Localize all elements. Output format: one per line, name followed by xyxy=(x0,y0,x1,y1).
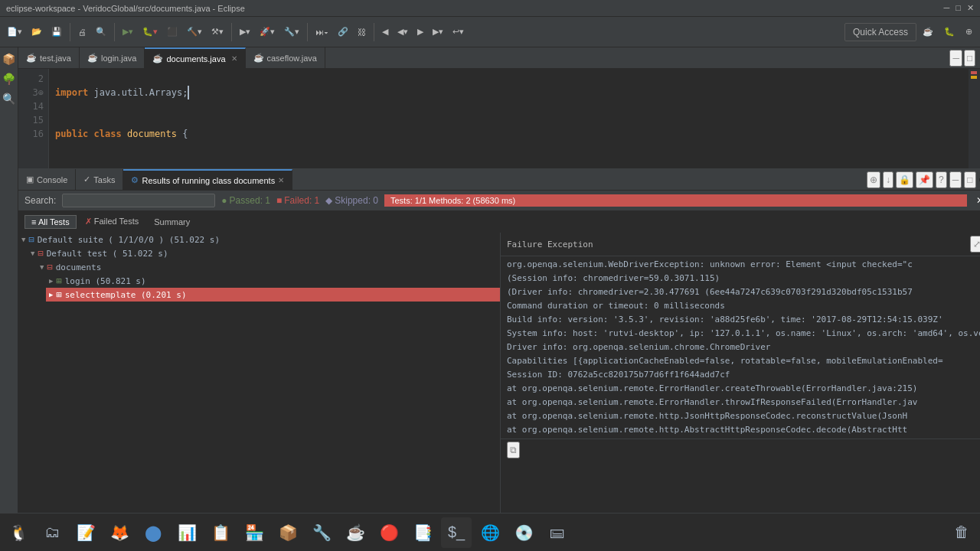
taskbar-terminal-icon[interactable]: $_ xyxy=(441,517,472,548)
editor-container: ☕ test.java ☕ login.java ☕ documents.jav… xyxy=(18,47,980,530)
taskbar-files-icon[interactable]: 🗂 xyxy=(37,517,67,548)
hierarchy-icon[interactable]: 🌳 xyxy=(0,70,18,87)
close-documents-tab-button[interactable]: ✕ xyxy=(231,54,237,63)
tree-item-suite[interactable]: ▼ ⊟ Default suite ( 1/1/0/0 ) (51.022 s) xyxy=(18,233,500,246)
taskbar-eclipse-icon[interactable]: 🔴 xyxy=(374,517,404,548)
ext-tool-button[interactable]: 🔧▾ xyxy=(280,24,303,39)
new-test-run-button[interactable]: ⊕ xyxy=(867,171,880,188)
taskbar-javaee-icon[interactable]: ☕ xyxy=(340,517,371,548)
help-button[interactable]: ? xyxy=(936,171,947,188)
tree-item-login[interactable]: ▶ ⊞ login (50.821 s) xyxy=(46,274,500,288)
copy-exception-button[interactable]: ⧉ xyxy=(507,442,520,458)
exception-line-9: at org.openqa.selenium.remote.ErrorHandl… xyxy=(507,382,980,396)
scroll-lock-button[interactable]: 🔒 xyxy=(896,171,913,188)
close-status-button[interactable]: ✕ xyxy=(976,195,980,206)
save-button[interactable]: 💾 xyxy=(47,24,66,39)
next-button[interactable]: ▶▾ xyxy=(236,24,254,39)
tab-caseflow-java[interactable]: ☕ caseflow.java xyxy=(246,47,325,68)
minimize-icon[interactable]: ─ xyxy=(944,3,950,13)
tab-test-java[interactable]: ☕ test.java xyxy=(18,47,80,68)
minimize-editor-button[interactable]: ─ xyxy=(949,50,962,67)
error-marker xyxy=(971,71,977,74)
find-button[interactable]: 🔍 xyxy=(92,24,110,39)
line-num-2: 2 xyxy=(23,72,44,86)
taskbar-disk2-icon[interactable]: 🖴 xyxy=(542,517,573,548)
taskbar-sublime-icon[interactable]: 📑 xyxy=(407,517,438,548)
tree-item-documents[interactable]: ▼ ⊟ documents xyxy=(37,260,500,274)
search-input[interactable] xyxy=(62,194,215,207)
expand-exception-button[interactable]: ⤢ xyxy=(970,236,980,253)
nav-back-button[interactable]: ◀ xyxy=(378,24,392,39)
test-tabs: ≡ All Tests ✗ Failed Tests Summary xyxy=(18,211,980,233)
print-button[interactable]: 🖨 xyxy=(74,25,90,39)
documents-label: documents xyxy=(56,262,102,272)
build-button[interactable]: 🔨▾ xyxy=(183,24,206,39)
all-tests-icon: ≡ xyxy=(31,217,36,227)
debug-button[interactable]: 🐛▾ xyxy=(139,24,162,39)
nav-fwd2-button[interactable]: ▶▾ xyxy=(429,24,447,39)
console-tab[interactable]: ▣ Console xyxy=(18,169,76,190)
exception-line-6: Driver info: org.openqa.selenium.chrome.… xyxy=(507,341,980,354)
all-tests-tab[interactable]: ≡ All Tests xyxy=(24,215,77,229)
package-explorer-icon[interactable]: 📦 xyxy=(0,51,18,67)
rerun-button[interactable]: ↓ xyxy=(883,171,893,188)
nav-fwd-button[interactable]: ▶ xyxy=(413,24,427,39)
tree-item-selecttemplate[interactable]: ▶ ⊞ selecttemplate (0.201 s) xyxy=(46,288,500,302)
maximize-icon[interactable]: □ xyxy=(956,3,961,13)
taskbar-chrome2-icon[interactable]: 🌐 xyxy=(475,517,505,548)
quick-access-button[interactable]: Quick Access xyxy=(844,23,916,41)
passed-label: Passed: 1 xyxy=(230,195,270,206)
maximize-editor-button[interactable]: □ xyxy=(964,50,975,67)
minimize-panel-button[interactable]: ─ xyxy=(949,171,962,188)
tasks-icon: ✓ xyxy=(83,174,90,184)
summary-tab[interactable]: Summary xyxy=(147,215,197,229)
exception-line-0: org.openqa.selenium.WebDriverException: … xyxy=(507,258,980,272)
documents-java-icon: ☕ xyxy=(152,54,163,64)
tree-item-test[interactable]: ▼ ⊟ Default test ( 51.022 s) xyxy=(28,246,500,260)
suite-icon: ⊟ xyxy=(28,234,34,245)
nav-back2-button[interactable]: ◀▾ xyxy=(394,24,412,39)
tasks-tab[interactable]: ✓ Tasks xyxy=(76,169,123,190)
taskbar-ubuntu-icon[interactable]: 🐧 xyxy=(3,517,34,548)
close-results-tab-button[interactable]: ✕ xyxy=(278,176,284,184)
exception-line-7: Capabilities [{applicationCacheEnabled=f… xyxy=(507,354,980,368)
taskbar-settings-icon[interactable]: 🔧 xyxy=(306,517,337,548)
open-file-button[interactable]: 📂 xyxy=(28,24,46,39)
tab-login-java[interactable]: ☕ login.java xyxy=(80,47,145,68)
taskbar-amazon-icon[interactable]: 📦 xyxy=(273,517,303,548)
stop-button[interactable]: ⬛ xyxy=(163,24,181,39)
close-icon[interactable]: ✕ xyxy=(967,3,974,13)
build2-button[interactable]: ⚒▾ xyxy=(207,24,227,39)
skip-button[interactable]: ⏭▾ xyxy=(312,25,332,39)
taskbar-chrome-icon[interactable]: ⬤ xyxy=(138,517,168,548)
taskbar-softwarecenter-icon[interactable]: 🏪 xyxy=(239,517,270,548)
maximize-panel-button[interactable]: □ xyxy=(964,171,975,188)
disconnect-button[interactable]: ⛓ xyxy=(354,25,370,39)
undo-button[interactable]: ↩▾ xyxy=(449,24,468,39)
failure-exception-title: Failure Exception xyxy=(507,240,593,249)
taskbar-trash-icon[interactable]: 🗑 xyxy=(946,517,977,548)
failed-icon: ■ xyxy=(276,195,282,206)
taskbar-texteditor-icon[interactable]: 📝 xyxy=(70,517,101,548)
java-perspective-button[interactable]: ☕ xyxy=(918,24,938,40)
results-tab-label: Results of running class documents xyxy=(142,176,275,185)
run-button[interactable]: ▶▾ xyxy=(119,24,137,39)
failed-tests-tab[interactable]: ✗ Failed Tests xyxy=(78,214,146,229)
search-icon[interactable]: 🔍 xyxy=(0,90,18,107)
tab-documents-java[interactable]: ☕ documents.java ✕ xyxy=(145,47,245,68)
taskbar-disk-icon[interactable]: 💿 xyxy=(508,517,539,548)
new-file-button[interactable]: 📄▾ xyxy=(3,24,26,39)
results-tab[interactable]: ⚙ Results of running class documents ✕ xyxy=(123,169,292,190)
taskbar-presentation-icon[interactable]: 📋 xyxy=(205,517,236,548)
exception-line-1: (Session info: chromedriver=59.0.3071.11… xyxy=(507,272,980,285)
add-perspective-button[interactable]: ⊕ xyxy=(961,24,977,40)
selecttemplate-label: selecttemplate (0.201 s) xyxy=(65,290,187,300)
warning-marker xyxy=(971,76,977,79)
taskbar-firefox-icon[interactable]: 🦊 xyxy=(104,517,135,548)
taskbar-spreadsheet-icon[interactable]: 📊 xyxy=(172,517,202,548)
launch-button[interactable]: 🚀▾ xyxy=(256,24,279,39)
debug-perspective-button[interactable]: 🐛 xyxy=(939,24,959,40)
pin-button[interactable]: 📌 xyxy=(916,171,933,188)
connect-button[interactable]: 🔗 xyxy=(334,24,352,39)
code-content[interactable]: import java.util.Arrays; public class do… xyxy=(49,69,969,168)
